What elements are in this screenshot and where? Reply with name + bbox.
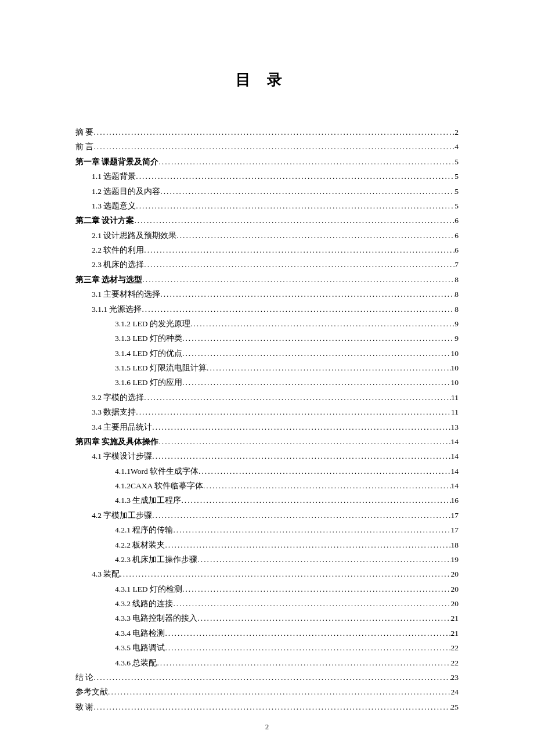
toc-entry: 4.2.3 机床加工操作步骤19 [75, 552, 459, 567]
toc-entry-label: 4.3.1 LED 灯的检测 [115, 582, 182, 596]
toc-entry-dots [157, 656, 450, 670]
toc-list: 摘 要2前 言4第一章 课题背景及简介51.1 选题背景51.2 选题目的及内容… [75, 125, 459, 714]
toc-entry-label: 4.1.2CAXA 软件临摹字体 [115, 478, 203, 493]
toc-entry-label: 3.1.4 LED 灯的优点 [115, 346, 182, 361]
toc-entry-page: 17 [451, 508, 459, 523]
toc-entry-page: 21 [451, 626, 459, 640]
toc-entry-page: 8 [454, 302, 459, 316]
toc-entry: 致 谢25 [75, 700, 459, 714]
toc-entry-label: 第一章 课题背景及简介 [75, 154, 158, 169]
toc-entry-label: 4.3.6 总装配 [115, 656, 157, 670]
toc-entry-dots [152, 449, 450, 463]
toc-entry-dots [142, 272, 454, 287]
toc-entry-page: 25 [451, 700, 459, 714]
toc-entry: 4.3.6 总装配22 [75, 656, 459, 670]
toc-entry: 第一章 课题背景及简介5 [75, 154, 459, 169]
toc-entry-page: 2 [454, 125, 459, 139]
toc-entry-dots [190, 316, 454, 331]
toc-entry-dots [203, 478, 451, 493]
toc-entry-label: 4.2.1 程序的传输 [115, 523, 173, 537]
toc-entry-dots [199, 464, 450, 478]
toc-entry-label: 4.1.1Word 软件生成字体 [115, 464, 199, 478]
toc-entry-label: 4.3.5 电路调试 [115, 640, 165, 655]
toc-entry-label: 1.3 选题意义 [92, 199, 136, 213]
toc-entry-page: 9 [454, 316, 459, 331]
toc-entry-dots [136, 169, 454, 183]
toc-entry-page: 10 [451, 375, 459, 390]
toc-entry-dots [160, 184, 454, 199]
toc-entry-page: 5 [454, 154, 459, 169]
toc-entry-dots [197, 611, 450, 625]
toc-entry-page: 20 [451, 567, 459, 581]
toc-entry-page: 23 [451, 670, 459, 685]
toc-entry-page: 6 [454, 243, 459, 257]
toc-entry: 4.3.5 电路调试22 [75, 640, 459, 655]
toc-entry: 4.3.2 线路的连接20 [75, 596, 459, 611]
toc-entry: 3.1.4 LED 灯的优点10 [75, 346, 459, 361]
toc-entry-page: 14 [451, 449, 459, 463]
toc-entry-dots [197, 552, 450, 567]
toc-title: 目录 [75, 70, 459, 90]
toc-entry: 4.2 字模加工步骤17 [75, 508, 459, 523]
toc-entry-dots [142, 302, 454, 316]
toc-entry: 4.2.2 板材装夹18 [75, 538, 459, 552]
toc-entry-dots [152, 420, 450, 434]
toc-entry-label: 2.2 软件的利用 [92, 243, 144, 257]
toc-entry-label: 3.1.3 LED 灯的种类 [115, 331, 182, 345]
toc-entry-dots [158, 434, 450, 449]
toc-entry-label: 4.3.4 电路检测 [115, 626, 165, 640]
toc-entry-page: 22 [451, 656, 459, 670]
toc-entry-dots [136, 405, 451, 419]
toc-entry-dots [144, 243, 454, 257]
toc-entry-label: 参考文献 [75, 685, 108, 699]
toc-entry-page: 5 [454, 199, 459, 213]
toc-entry-dots [93, 670, 450, 685]
toc-entry-dots [182, 582, 451, 596]
toc-entry-label: 3.1.6 LED 灯的应用 [115, 375, 182, 390]
toc-entry-page: 22 [451, 640, 459, 655]
toc-entry-label: 3.2 字模的选择 [92, 390, 144, 405]
toc-entry-label: 2.1 设计思路及预期效果 [92, 228, 176, 243]
toc-entry-dots [152, 508, 450, 523]
page-number: 2 [0, 722, 534, 732]
toc-entry-page: 17 [451, 523, 459, 537]
toc-entry-page: 9 [454, 331, 459, 345]
toc-entry-page: 14 [451, 434, 459, 449]
toc-entry: 3.1.3 LED 灯的种类9 [75, 331, 459, 345]
toc-entry-dots [93, 125, 454, 139]
toc-entry-dots [182, 346, 451, 361]
toc-entry-label: 第二章 设计方案 [75, 213, 134, 228]
toc-entry-page: 6 [454, 228, 459, 243]
toc-entry-label: 3.1.1 光源选择 [92, 302, 142, 316]
toc-entry-label: 摘 要 [75, 125, 93, 139]
toc-entry: 4.3 装配20 [75, 567, 459, 581]
toc-entry: 1.1 选题背景5 [75, 169, 459, 183]
toc-entry: 4.3.4 电路检测21 [75, 626, 459, 640]
toc-entry-dots [165, 640, 450, 655]
toc-entry-page: 21 [451, 611, 459, 625]
toc-entry: 3.1.5 LED 灯限流电阻计算10 [75, 361, 459, 375]
toc-entry-page: 18 [451, 538, 459, 552]
toc-entry-page: 24 [451, 685, 459, 699]
toc-entry-label: 4.2 字模加工步骤 [92, 508, 152, 523]
toc-entry-page: 11 [451, 390, 459, 405]
toc-entry: 3.1.6 LED 灯的应用10 [75, 375, 459, 390]
toc-entry-label: 结 论 [75, 670, 93, 685]
toc-entry-label: 3.3 数据支持 [92, 405, 136, 419]
toc-entry: 1.2 选题目的及内容5 [75, 184, 459, 199]
toc-entry: 4.1 字模设计步骤14 [75, 449, 459, 463]
toc-entry-label: 第四章 实施及具体操作 [75, 434, 158, 449]
toc-entry: 4.2.1 程序的传输17 [75, 523, 459, 537]
toc-entry-page: 10 [451, 361, 459, 375]
toc-entry-dots [144, 390, 451, 405]
toc-entry-label: 1.1 选题背景 [92, 169, 136, 183]
toc-entry: 1.3 选题意义5 [75, 199, 459, 213]
toc-entry: 2.2 软件的利用6 [75, 243, 459, 257]
toc-entry-label: 1.2 选题目的及内容 [92, 184, 160, 199]
toc-entry-label: 3.4 主要用品统计 [92, 420, 152, 434]
toc-entry: 3.1 主要材料的选择8 [75, 287, 459, 301]
toc-entry-dots [120, 567, 450, 581]
toc-entry-dots [165, 626, 450, 640]
toc-entry: 结 论23 [75, 670, 459, 685]
toc-entry-page: 10 [451, 346, 459, 361]
